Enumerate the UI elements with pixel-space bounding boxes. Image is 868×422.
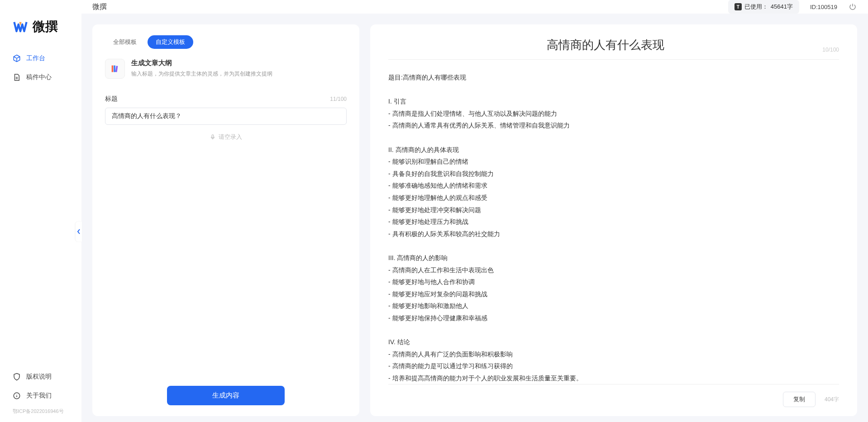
- nav-label: 关于我们: [26, 392, 52, 400]
- main-nav: 工作台 稿件中心: [0, 49, 81, 87]
- usage-value: 45641字: [771, 3, 793, 11]
- svg-rect-4: [212, 135, 214, 138]
- output-body[interactable]: 题目:高情商的人有哪些表现 I. 引言 - 高情商是指人们处理情绪、与他人互动以…: [388, 64, 839, 384]
- info-icon: [13, 392, 21, 400]
- nav-copyright[interactable]: 版权说明: [5, 367, 77, 386]
- user-id: ID:100519: [810, 4, 837, 10]
- input-panel: 全部模板 自定义模板 生成文章大纲 输入标题，为你提供文章主体的灵感，并为其创建…: [92, 24, 359, 416]
- sidebar: 微撰 工作台 稿件中心 版权说明 关于我们 鄂ICP备202: [0, 0, 81, 422]
- svg-rect-2: [114, 66, 115, 72]
- nav-label: 工作台: [26, 54, 45, 62]
- voice-input-button[interactable]: 请空录入: [105, 133, 347, 141]
- template-thumb: [105, 59, 125, 79]
- nav-about[interactable]: 关于我们: [5, 386, 77, 405]
- microphone-icon: [210, 134, 216, 140]
- logo-icon: [13, 19, 28, 34]
- copy-button[interactable]: 复制: [783, 392, 816, 407]
- template-card: 生成文章大纲 输入标题，为你提供文章主体的灵感，并为其创建推文提纲: [105, 59, 347, 79]
- output-title-counter: 10/100: [822, 47, 839, 53]
- svg-rect-1: [112, 66, 114, 72]
- sidebar-collapse-button[interactable]: [76, 222, 82, 242]
- icp-text: 鄂ICP备2022016946号: [5, 405, 77, 417]
- chevron-left-icon: [77, 229, 81, 234]
- tab-all-templates[interactable]: 全部模板: [105, 35, 145, 49]
- logo-text: 微撰: [33, 18, 58, 35]
- cube-icon: [13, 54, 21, 62]
- logout-button[interactable]: [848, 2, 857, 11]
- nav-drafts[interactable]: 稿件中心: [5, 68, 77, 87]
- topbar: 微撰 T 已使用： 45641字 ID:100519: [81, 0, 868, 14]
- usage-badge[interactable]: T 已使用： 45641字: [728, 0, 799, 14]
- output-title: 高情商的人有什么表现: [388, 37, 822, 53]
- shield-icon: [13, 373, 21, 381]
- nav-label: 稿件中心: [26, 73, 52, 81]
- document-icon: [13, 73, 21, 81]
- page-title: 微撰: [92, 2, 107, 12]
- generate-button[interactable]: 生成内容: [167, 386, 285, 405]
- title-field-counter: 11/100: [330, 96, 347, 102]
- nav-workspace[interactable]: 工作台: [5, 49, 77, 68]
- svg-rect-3: [115, 66, 118, 72]
- logo: 微撰: [0, 0, 81, 49]
- template-desc: 输入标题，为你提供文章主体的灵感，并为其创建推文提纲: [131, 70, 272, 78]
- output-char-count: 404字: [825, 396, 839, 403]
- template-title: 生成文章大纲: [131, 59, 272, 67]
- template-tabs: 全部模板 自定义模板: [105, 35, 347, 49]
- text-icon: T: [734, 3, 742, 10]
- output-panel: 高情商的人有什么表现 10/100 题目:高情商的人有哪些表现 I. 引言 - …: [370, 24, 857, 416]
- nav-label: 版权说明: [26, 373, 52, 381]
- usage-label: 已使用：: [744, 3, 768, 11]
- power-icon: [849, 3, 857, 11]
- main-area: 微撰 T 已使用： 45641字 ID:100519 全部模板 自定义模板: [81, 0, 868, 422]
- tab-custom-templates[interactable]: 自定义模板: [148, 35, 193, 49]
- title-input[interactable]: [105, 108, 347, 125]
- title-field-label: 标题: [105, 95, 118, 103]
- books-icon: [110, 64, 120, 74]
